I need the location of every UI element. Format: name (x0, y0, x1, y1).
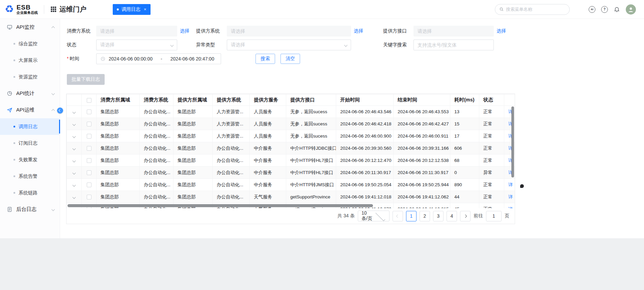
tab-call-logs[interactable]: 调用日志 × (113, 4, 151, 15)
provider-interface-select-link[interactable]: 选择 (497, 28, 506, 34)
provider-system-label: 提供方系统 (196, 28, 227, 34)
sidebar-group-backend-logs[interactable]: 后台日志 (0, 201, 60, 218)
row-expand-icon[interactable] (73, 171, 76, 175)
tab-close-icon[interactable]: × (144, 7, 146, 12)
clear-button[interactable]: 清空 (280, 54, 300, 64)
app-window: ♻ ESB 企业服务总线 运维门户 调用日志 × (0, 0, 644, 238)
api-ops-icon (7, 107, 13, 113)
sidebar-item-system-trace[interactable]: 系统链路 (0, 185, 60, 201)
table-cell: 人员服务 (250, 130, 286, 142)
table-cell: 集团总部 (97, 106, 140, 118)
provider-interface-input[interactable] (413, 26, 494, 37)
page-size-select[interactable]: 10条/页 (358, 211, 390, 221)
row-detail-link[interactable]: 详 (508, 194, 513, 199)
table-cell: 办公自动化... (140, 106, 173, 118)
next-page-button[interactable] (460, 211, 471, 221)
sidebar-item-comprehensive-monitor[interactable]: 综合监控 (0, 35, 60, 52)
row-expand-icon[interactable] (73, 196, 76, 199)
bullet-icon (14, 159, 15, 161)
row-checkbox[interactable] (87, 134, 91, 139)
row-expand-icon[interactable] (73, 184, 76, 187)
keyword-input[interactable] (413, 40, 494, 50)
prev-page-button[interactable] (393, 211, 403, 221)
vertical-scrollbar[interactable] (511, 106, 514, 177)
row-checkbox[interactable] (87, 183, 91, 187)
ai-assistant-icon[interactable]: AI (589, 6, 595, 13)
consumer-system-select-link[interactable]: 选择 (180, 28, 189, 34)
time-range-picker[interactable]: 2024-06-06 00:00:00 - 2024-06-06 20:47:0… (96, 53, 221, 64)
bullet-icon (14, 43, 15, 45)
row-checkbox[interactable] (87, 170, 91, 175)
sidebar-item-failure-resend[interactable]: 失败重发 (0, 151, 60, 168)
logo-title: ESB (17, 4, 38, 11)
row-expand-icon[interactable] (73, 147, 76, 150)
help-icon[interactable]: ? (601, 6, 608, 13)
table-row: 集团总部办公自动化...集团总部人力资源管...人员服务无参，返回sucess2… (67, 118, 515, 130)
table-cell: 办公自动化... (213, 142, 250, 154)
table-cell: 办公自动化... (140, 167, 173, 179)
select-all-checkbox[interactable] (87, 98, 91, 103)
table-cell: 2024-06-06 19:50:25.054 (336, 179, 394, 191)
filter-exception-type: 异常类型 请选择 (196, 40, 351, 50)
row-checkbox[interactable] (87, 158, 91, 163)
sidebar-item-label: 系统链路 (19, 190, 37, 196)
row-expand-icon[interactable] (73, 159, 76, 163)
sidebar-item-big-screen[interactable]: 大屏展示 (0, 52, 60, 69)
jump-page-input[interactable] (486, 211, 502, 221)
table-cell: 2024-06-06 20:46:42.427 (394, 118, 450, 130)
page-button-1[interactable]: 1 (406, 211, 417, 221)
page-button-2[interactable]: 2 (420, 211, 430, 221)
table-cell: 正常 (479, 179, 504, 191)
provider-system-input[interactable] (227, 26, 351, 37)
status-label: 状态 (67, 42, 96, 48)
sidebar-group-api-stats[interactable]: API统计 (0, 85, 60, 102)
filter-row-3: *时间 2024-06-06 00:00:00 - 2024-06-06 20:… (67, 53, 644, 64)
status-select[interactable]: 请选择 (96, 40, 177, 50)
exception-type-select[interactable]: 请选择 (227, 40, 351, 50)
page-button-4[interactable]: 4 (447, 211, 457, 221)
row-expand-icon[interactable] (73, 208, 76, 208)
tab-active-dot-icon (117, 8, 119, 10)
search-button[interactable]: 搜索 (256, 54, 275, 64)
table-cell: 2024-06-06 19:41:12.018 (336, 191, 394, 203)
row-detail-link[interactable]: 详 (508, 182, 513, 187)
menu-search-input[interactable] (506, 7, 565, 12)
chevron-up-icon (52, 26, 55, 30)
table-cell: 办公自动化... (213, 154, 250, 167)
table-cell: 2024-06-06 20:46:43.553 (394, 106, 450, 118)
sidebar-item-resource-monitor[interactable]: 资源监控 (0, 69, 60, 85)
column-header: 状态 (479, 94, 504, 106)
sidebar-item-subscription-logs[interactable]: 订阅日志 (0, 135, 60, 151)
sidebar-item-call-logs[interactable]: 调用日志 (0, 118, 60, 135)
chevron-down-icon (170, 43, 174, 47)
table-cell: 集团总部 (173, 191, 213, 203)
main-content: 消费方系统 选择 提供方系统 选择 提供方接口 选择 状态 (60, 19, 644, 238)
row-checkbox[interactable] (87, 122, 91, 126)
row-expand-icon[interactable] (73, 111, 76, 114)
avatar[interactable] (626, 4, 636, 15)
sidebar-group-api-ops[interactable]: API运维 (0, 102, 60, 118)
table-cell: 正常 (479, 154, 504, 167)
row-checkbox[interactable] (87, 195, 91, 199)
sidebar-group-label: 后台日志 (16, 206, 36, 213)
row-checkbox[interactable] (87, 146, 91, 151)
table-cell: 2024-06-06 20:12:12.538 (394, 154, 450, 167)
row-detail-link[interactable]: 详 (508, 207, 513, 209)
table-cell: 中介HTTP转HL7接口 (286, 154, 336, 167)
table-row: 集团总部办公自动化...集团总部办公自动化...中介服务中介HTTP转HL7接口… (67, 154, 515, 167)
sidebar-item-system-alert[interactable]: 系统告警 (0, 168, 60, 185)
horizontal-scrollbar[interactable] (68, 204, 373, 207)
table-cell: 中介服务 (250, 179, 286, 191)
row-expand-icon[interactable] (73, 135, 76, 138)
row-checkbox[interactable] (87, 110, 91, 114)
sidebar-collapse-button[interactable] (57, 107, 63, 114)
sidebar-group-api-monitor[interactable]: API监控 (0, 19, 60, 35)
page-button-3[interactable]: 3 (433, 211, 444, 221)
bell-icon[interactable] (614, 6, 620, 13)
consumer-system-input[interactable] (96, 26, 177, 37)
table-cell: 办公自动化... (140, 118, 173, 130)
row-expand-icon[interactable] (73, 123, 76, 126)
batch-download-button[interactable]: 批量下载日志 (67, 74, 105, 85)
floating-widget[interactable] (520, 184, 524, 188)
provider-system-select-link[interactable]: 选择 (354, 28, 363, 34)
